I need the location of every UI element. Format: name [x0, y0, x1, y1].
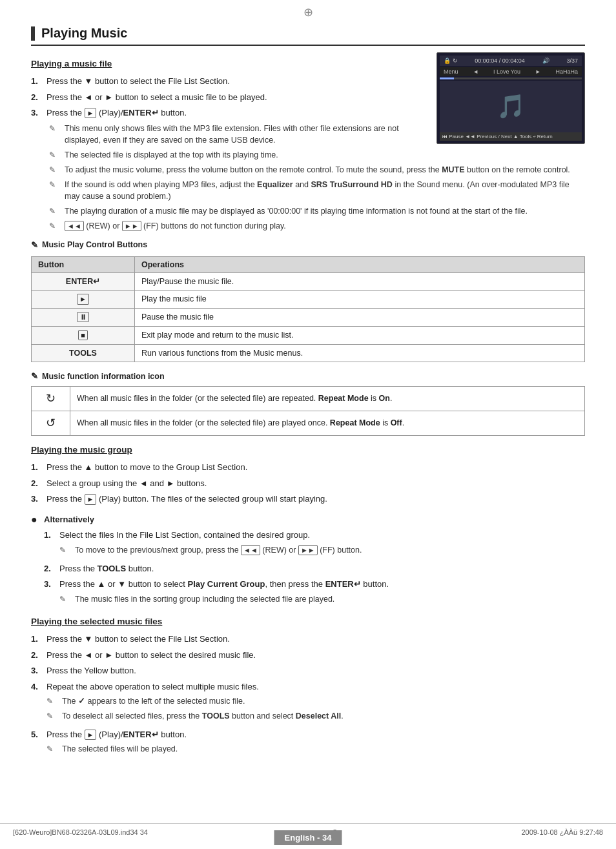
alt-step-3-notes: ✎ The music files in the sorting group i… [59, 593, 389, 606]
alt-step-1-notes: ✎ To move to the previous/next group, pr… [59, 544, 362, 557]
progress-bar-fill [440, 77, 454, 79]
alt-note-1: ✎ To move to the previous/next group, pr… [59, 544, 362, 557]
sel-step-3: 3. Press the Yellow button. [31, 664, 585, 677]
sel-step-2: 2. Press the ◄ or ► button to select the… [31, 649, 585, 662]
page-number-label: English - 34 [274, 830, 342, 845]
page-number-box: English - 34 [274, 833, 342, 843]
section-heading-playing-selected-music-files: Playing the selected music files [31, 617, 585, 626]
footer-right-text: 2009-10-08 ¿ÀÀü 9:27:48 [521, 828, 603, 836]
screenshot-nav: Menu ◄ I Love You ► HaHaHa [440, 67, 582, 76]
playing-music-group-steps: 1. Press the ▲ button to move to the Gro… [31, 461, 585, 506]
note-item-2: ✎ The selected file is displayed at the … [49, 149, 585, 161]
table-row: TOOLS Run various functions from the Mus… [32, 344, 585, 362]
step-2: 2. Press the ◄ or ► button to select a m… [31, 91, 424, 104]
step-1: 1. Press the ▼ button to select the File… [31, 75, 424, 88]
repeat-on-icon: ↻ [32, 387, 70, 411]
alt-step-1: 1. Select the files In the File List Sec… [44, 529, 585, 558]
sel-note-4b: ✎ To deselect all selected files, press … [46, 710, 344, 722]
table-row: ↺ When all music files in the folder (or… [32, 411, 585, 436]
alternatively-steps: 1. Select the files In the File List Sec… [44, 529, 585, 608]
screenshot-menu: Menu [444, 68, 458, 75]
alternatively-section: ● Alternatively 1. Select the files In t… [31, 513, 585, 608]
sel-step-1: 1. Press the ▼ button to select the File… [31, 633, 585, 646]
crosshair-top-icon: ⊕ [303, 5, 313, 19]
sel-step-4-notes: ✎ The ✓ appears to the left of the selec… [46, 695, 344, 722]
note-item-6: ✎ ◄◄ (REW) or ►► (FF) buttons do not fun… [49, 220, 585, 232]
music-function-icon-table: ↻ When all music files in the folder (or… [31, 386, 585, 436]
alt-step-2: 2. Press the TOOLS button. [44, 562, 585, 575]
playing-selected-music-files-steps: 1. Press the ▼ button to select the File… [31, 633, 585, 758]
note-item-4: ✎ If the sound is odd when playing MP3 f… [49, 179, 585, 203]
page-title: Playing Music [31, 26, 585, 46]
music-play-control-table: Button Operations ENTER↵ Play/Pause the … [31, 256, 585, 363]
col-operations: Operations [135, 256, 585, 272]
note-item-1: ✎ This menu only shows files with the MP… [49, 123, 424, 147]
note-item-5: ✎ The playing duration of a music file m… [49, 205, 585, 218]
table-row: ► Play the music file [32, 291, 585, 309]
sel-step-4: 4. Repeat the above operation to select … [31, 680, 585, 725]
screenshot-content: 🎵 [440, 81, 582, 132]
note-item-3: ✎ To adjust the music volume, press the … [49, 164, 585, 176]
music-note-icon: 🎵 [497, 93, 526, 120]
group-step-1: 1. Press the ▲ button to move to the Gro… [31, 461, 585, 474]
col-button: Button [32, 256, 135, 272]
sel-note-4a: ✎ The ✓ appears to the left of the selec… [46, 695, 344, 708]
title-bar-decoration [31, 26, 35, 41]
screenshot-bottom-controls: ⏮ Pause ◄◄ Previous / Next ▲ Tools ↩ Ret… [440, 132, 582, 141]
music-function-icon-heading: ✎ Music function information icon [31, 371, 585, 381]
table-row: ■ Exit play mode and return to the music… [32, 326, 585, 344]
group-step-3: 3. Press the ► (Play) button. The files … [31, 493, 585, 506]
screenshot-icons: 🔒 ↻ [444, 57, 458, 64]
screenshot-panel: 🔒 ↻ 00:00:04 / 00:04:04 🔊 3/37 Menu ◄ I … [436, 52, 585, 144]
screenshot-topbar: 🔒 ↻ 00:00:04 / 00:04:04 🔊 3/37 [440, 56, 582, 66]
sel-step-5-notes: ✎ The selected files will be played. [46, 743, 187, 755]
step-3: 3. Press the ► (Play)/ENTER↵ button. [31, 107, 424, 119]
table-row: ENTER↵ Play/Pause the music file. [32, 272, 585, 291]
table-body: ENTER↵ Play/Pause the music file. ► Play… [32, 272, 585, 362]
screenshot-icon2: 🔊 [542, 57, 549, 64]
alt-step-3: 3. Press the ▲ or ▼ button to select Pla… [44, 578, 585, 608]
group-step-2: 2. Select a group using the ◄ and ► butt… [31, 477, 585, 490]
footer-left-text: [620-Weuro]BN68-02326A-03L09.ind34 34 [13, 828, 148, 836]
repeat-off-icon: ↺ [32, 411, 70, 436]
table-header-row: Button Operations [32, 256, 585, 272]
alt-note-3: ✎ The music files in the sorting group i… [59, 593, 389, 606]
section-heading-playing-music-group: Playing the music group [31, 445, 585, 455]
progress-bar-container [440, 77, 582, 79]
table-row: ↻ When all music files in the folder (or… [32, 387, 585, 411]
section-playing-music-file: 🔒 ↻ 00:00:04 / 00:04:04 🔊 3/37 Menu ◄ I … [31, 59, 585, 235]
table-row: ⏸ Pause the music file [32, 309, 585, 327]
sel-step-5: 5. Press the ► (Play)/ENTER↵ button. ✎ T… [31, 728, 585, 758]
music-play-control-note-heading: ✎ Music Play Control Buttons [31, 240, 585, 250]
screenshot-box: 🔒 ↻ 00:00:04 / 00:04:04 🔊 3/37 Menu ◄ I … [436, 52, 585, 144]
alternatively-bullet: ● Alternatively [31, 513, 585, 526]
sel-note-5: ✎ The selected files will be played. [46, 743, 187, 755]
